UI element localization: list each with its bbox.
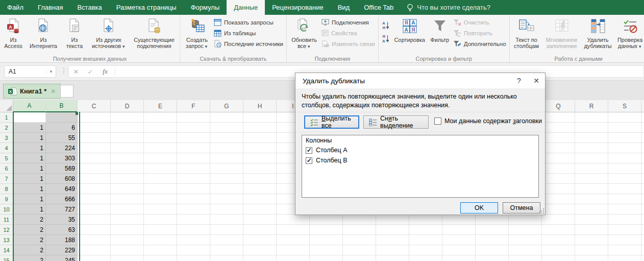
from-other-sources-button[interactable]: Из других источников▼ (87, 15, 130, 53)
ribbon-tab[interactable]: Файл (0, 0, 31, 15)
cell-D10[interactable] (111, 204, 144, 215)
edit-links-button[interactable]: Изменить связи (320, 38, 377, 49)
ribbon-tab[interactable]: Данные (227, 0, 265, 15)
cell-I15[interactable] (277, 255, 310, 261)
cell-B14[interactable]: 229 (46, 245, 78, 255)
cell-J13[interactable] (310, 235, 343, 245)
cell-J15[interactable] (310, 255, 343, 261)
formula-bar-splitter[interactable]: ⋮ (60, 66, 67, 75)
cell-H14[interactable] (243, 245, 277, 255)
row-header-15[interactable]: 15 (0, 255, 13, 261)
cell-H7[interactable] (243, 174, 277, 184)
cell-H15[interactable] (243, 255, 277, 261)
cell-D11[interactable] (111, 215, 144, 225)
cell-G13[interactable] (210, 235, 243, 245)
cell-F15[interactable] (177, 255, 210, 261)
column-header-F[interactable]: F (177, 100, 210, 112)
resize-grip[interactable] (538, 207, 544, 213)
cell-S6[interactable] (608, 163, 641, 174)
cell-D1[interactable] (111, 112, 144, 123)
cell-P14[interactable] (509, 245, 542, 255)
column-header-D[interactable]: D (111, 100, 144, 112)
column-header-S[interactable]: S (608, 100, 641, 112)
ribbon-tab[interactable]: Рецензирование (265, 0, 330, 15)
cell-Q12[interactable] (542, 225, 575, 235)
column-header-G[interactable]: G (210, 100, 243, 112)
cell-O15[interactable] (476, 255, 509, 261)
column-header-T[interactable]: T (641, 100, 644, 112)
cell-F12[interactable] (177, 225, 210, 235)
cell-F14[interactable] (177, 245, 210, 255)
cell-I11[interactable] (277, 215, 310, 225)
cell-C9[interactable] (78, 194, 111, 204)
cell-T12[interactable] (641, 225, 644, 235)
cell-B8[interactable]: 649 (46, 184, 78, 194)
cell-E14[interactable] (144, 245, 177, 255)
cell-S9[interactable] (608, 194, 641, 204)
cell-G4[interactable] (210, 143, 243, 153)
cell-D14[interactable] (111, 245, 144, 255)
cell-R12[interactable] (575, 225, 608, 235)
cell-A12[interactable]: 2 (13, 225, 46, 235)
column-header-R[interactable]: R (575, 100, 608, 112)
row-header-6[interactable]: 6 (0, 163, 13, 174)
cell-F8[interactable] (177, 184, 210, 194)
data-validation-button[interactable]: Проверка данных▼ (614, 15, 644, 53)
workbook-tab[interactable]: X Книга1 * ✕ (3, 84, 61, 99)
new-query-button[interactable]: Создать запрос▼ (182, 15, 212, 53)
cell-H12[interactable] (243, 225, 277, 235)
cell-J12[interactable] (310, 225, 343, 235)
column-header-Q[interactable]: Q (542, 100, 575, 112)
cell-R7[interactable] (575, 174, 608, 184)
cell-F10[interactable] (177, 204, 210, 215)
refresh-all-button[interactable]: Обновить все▼ (288, 15, 320, 53)
cell-S5[interactable] (608, 153, 641, 163)
cell-G12[interactable] (210, 225, 243, 235)
column-header-H[interactable]: H (243, 100, 277, 112)
cell-B5[interactable]: 303 (46, 153, 78, 163)
cell-S3[interactable] (608, 133, 641, 143)
row-header-5[interactable]: 5 (0, 153, 13, 163)
cell-G5[interactable] (210, 153, 243, 163)
cell-D2[interactable] (111, 123, 144, 133)
cell-C12[interactable] (78, 225, 111, 235)
from-access-button[interactable]: A Из Access (2, 15, 25, 53)
cell-G15[interactable] (210, 255, 243, 261)
cell-F2[interactable] (177, 123, 210, 133)
cell-P13[interactable] (509, 235, 542, 245)
cell-S11[interactable] (608, 215, 641, 225)
column-header-B[interactable]: B (46, 100, 78, 112)
row-header-10[interactable]: 10 (0, 204, 13, 215)
cell-S8[interactable] (608, 184, 641, 194)
cell-E3[interactable] (144, 133, 177, 143)
cell-H4[interactable] (243, 143, 277, 153)
cell-Q1[interactable] (542, 112, 575, 123)
cell-T8[interactable] (641, 184, 644, 194)
cell-S15[interactable] (608, 255, 641, 261)
cell-F7[interactable] (177, 174, 210, 184)
row-header-11[interactable]: 11 (0, 215, 13, 225)
select-all-button[interactable]: Выделить все (304, 115, 359, 129)
cell-R4[interactable] (575, 143, 608, 153)
cell-R11[interactable] (575, 215, 608, 225)
cell-T3[interactable] (641, 133, 644, 143)
dialog-close-icon[interactable]: ✕ (528, 73, 545, 88)
cell-T11[interactable] (641, 215, 644, 225)
cell-S12[interactable] (608, 225, 641, 235)
cell-T4[interactable] (641, 143, 644, 153)
cell-D8[interactable] (111, 184, 144, 194)
cell-O11[interactable] (476, 215, 509, 225)
cell-F9[interactable] (177, 194, 210, 204)
cell-H13[interactable] (243, 235, 277, 245)
tell-me[interactable]: Что вы хотите сделать? (401, 0, 497, 15)
cell-H9[interactable] (243, 194, 277, 204)
cell-I12[interactable] (277, 225, 310, 235)
text-to-columns-button[interactable]: Текст по столбцам (511, 15, 542, 53)
cell-C1[interactable] (78, 112, 111, 123)
cell-N11[interactable] (442, 215, 476, 225)
cell-Q8[interactable] (542, 184, 575, 194)
cell-D3[interactable] (111, 133, 144, 143)
cell-C2[interactable] (78, 123, 111, 133)
cell-L15[interactable] (376, 255, 409, 261)
cell-B9[interactable]: 666 (46, 194, 78, 204)
